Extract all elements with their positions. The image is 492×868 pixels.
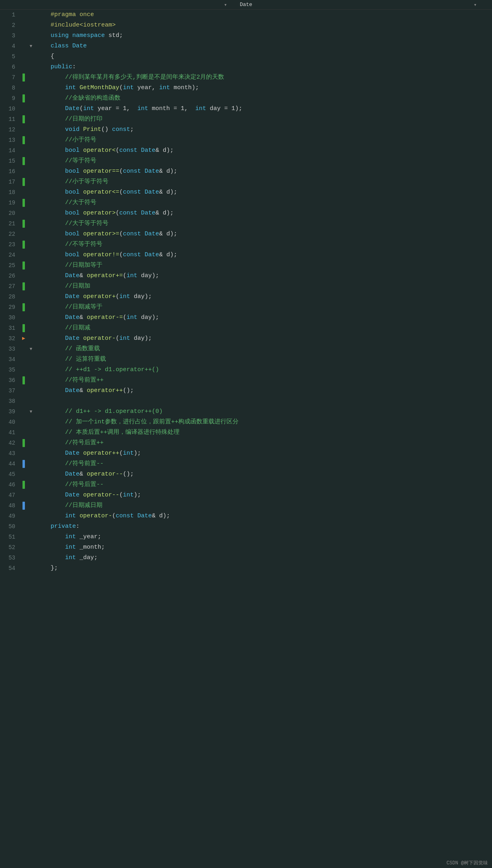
fold-arrow[interactable]	[27, 354, 35, 365]
fold-arrow[interactable]	[27, 51, 35, 62]
fold-arrow[interactable]	[27, 417, 35, 427]
code-content: //大于等于符号	[35, 219, 492, 229]
fold-arrow[interactable]	[27, 302, 35, 312]
fold-arrow[interactable]	[27, 375, 35, 386]
fold-arrow[interactable]	[27, 250, 35, 260]
code-content: //符号后置--	[35, 480, 492, 490]
fold-arrow[interactable]	[27, 521, 35, 532]
code-line: 29 //日期减等于	[0, 302, 492, 312]
fold-arrow[interactable]	[27, 72, 35, 83]
gutter-indicator	[20, 375, 27, 386]
code-line: 3 using namespace std;	[0, 31, 492, 41]
fold-arrow[interactable]	[27, 459, 35, 469]
code-content: {	[35, 51, 492, 62]
line-number: 31	[0, 323, 20, 333]
fold-arrow[interactable]	[27, 427, 35, 438]
gutter-indicator	[20, 219, 27, 229]
line-number: 20	[0, 208, 20, 219]
fold-arrow[interactable]	[27, 500, 35, 511]
fold-arrow[interactable]	[27, 208, 35, 219]
fold-arrow[interactable]	[27, 323, 35, 333]
gutter-indicator	[20, 208, 27, 219]
fold-arrow[interactable]	[27, 135, 35, 145]
code-content: bool operator<=(const Date& d);	[35, 187, 492, 198]
line-number: 19	[0, 198, 20, 208]
fold-arrow[interactable]	[27, 93, 35, 104]
code-line: 13 //小于符号	[0, 135, 492, 145]
code-line: 44 //符号前置--	[0, 459, 492, 469]
line-number: 27	[0, 281, 20, 292]
fold-arrow[interactable]	[27, 10, 35, 20]
code-content: // ++d1 -> d1.operator++()	[35, 365, 492, 375]
fold-arrow[interactable]	[27, 83, 35, 93]
code-line: 5 {	[0, 51, 492, 62]
fold-arrow[interactable]	[27, 563, 35, 574]
fold-arrow[interactable]: ▼	[27, 406, 35, 417]
fold-arrow[interactable]	[27, 365, 35, 375]
fold-arrow[interactable]	[27, 156, 35, 166]
line-number: 53	[0, 553, 20, 563]
line-number: 22	[0, 229, 20, 239]
fold-arrow[interactable]	[27, 490, 35, 500]
fold-arrow[interactable]	[27, 480, 35, 490]
fold-arrow[interactable]	[27, 271, 35, 281]
fold-arrow[interactable]	[27, 198, 35, 208]
fold-arrow[interactable]	[27, 62, 35, 72]
fold-arrow[interactable]	[27, 553, 35, 563]
title-arrow-right: ▾	[474, 2, 477, 8]
code-line: 18 bool operator<=(const Date& d);	[0, 187, 492, 198]
fold-arrow[interactable]	[27, 532, 35, 542]
code-line: 15 //等于符号	[0, 156, 492, 166]
fold-arrow[interactable]	[27, 333, 35, 344]
line-number: 33	[0, 344, 20, 354]
fold-arrow[interactable]	[27, 438, 35, 448]
fold-arrow[interactable]	[27, 469, 35, 480]
gutter-indicator	[20, 250, 27, 260]
code-line: 14 bool operator<(const Date& d);	[0, 145, 492, 156]
code-content: int _month;	[35, 542, 492, 553]
gutter-indicator	[20, 521, 27, 532]
code-content: Date operator--(int);	[35, 490, 492, 500]
gutter-indicator	[20, 229, 27, 239]
fold-arrow[interactable]	[27, 125, 35, 135]
gutter-indicator	[20, 31, 27, 41]
fold-arrow[interactable]	[27, 104, 35, 114]
code-content: int _day;	[35, 553, 492, 563]
fold-arrow[interactable]	[27, 166, 35, 177]
fold-arrow[interactable]	[27, 312, 35, 323]
fold-arrow[interactable]	[27, 386, 35, 396]
fold-arrow[interactable]	[27, 187, 35, 198]
line-number: 36	[0, 375, 20, 386]
line-number: 47	[0, 490, 20, 500]
fold-arrow[interactable]: ▼	[27, 41, 35, 51]
code-content: bool operator>(const Date& d);	[35, 208, 492, 219]
code-content: //日期的打印	[35, 114, 492, 125]
fold-arrow[interactable]	[27, 31, 35, 41]
fold-arrow[interactable]	[27, 260, 35, 271]
fold-arrow[interactable]	[27, 229, 35, 239]
fold-arrow[interactable]	[27, 177, 35, 187]
line-number: 38	[0, 396, 20, 406]
code-line: 47 Date operator--(int);	[0, 490, 492, 500]
fold-arrow[interactable]	[27, 396, 35, 406]
code-content: Date& operator+=(int day);	[35, 271, 492, 281]
fold-arrow[interactable]	[27, 511, 35, 521]
fold-arrow[interactable]	[27, 219, 35, 229]
fold-arrow[interactable]	[27, 448, 35, 459]
fold-arrow[interactable]: ▼	[27, 344, 35, 354]
fold-arrow[interactable]	[27, 281, 35, 292]
code-line: 41 // 本质后置++调用，编译器进行特殊处理	[0, 427, 492, 438]
code-line: 4▼ class Date	[0, 41, 492, 51]
line-number: 16	[0, 166, 20, 177]
fold-arrow[interactable]	[27, 20, 35, 31]
gutter-indicator	[20, 542, 27, 553]
fold-arrow[interactable]	[27, 145, 35, 156]
fold-arrow[interactable]	[27, 292, 35, 302]
code-line: 8 int GetMonthDay(int year, int month);	[0, 83, 492, 93]
line-number: 29	[0, 302, 20, 312]
code-content: Date& operator-=(int day);	[35, 312, 492, 323]
code-content: #pragma once	[35, 10, 492, 20]
fold-arrow[interactable]	[27, 114, 35, 125]
fold-arrow[interactable]	[27, 542, 35, 553]
fold-arrow[interactable]	[27, 239, 35, 250]
